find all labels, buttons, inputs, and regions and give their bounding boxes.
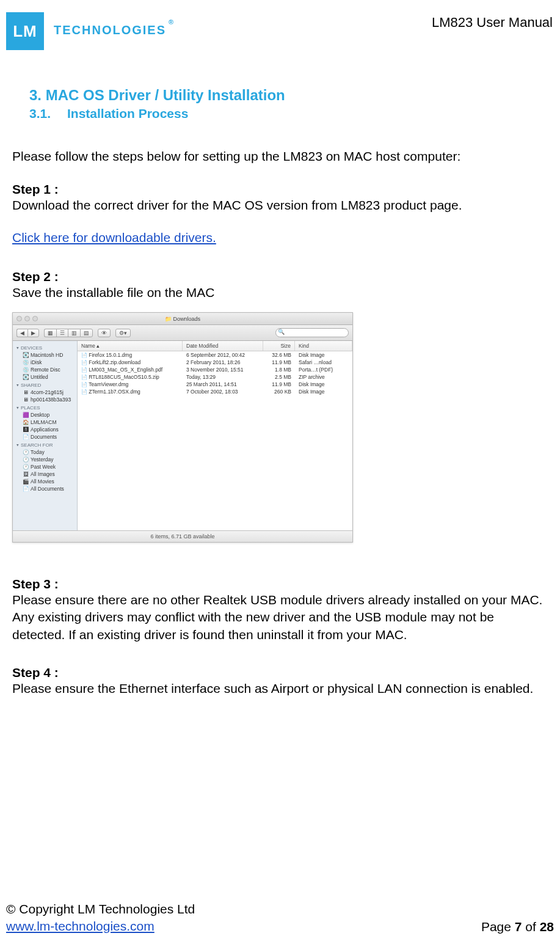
sidebar-item[interactable]: 🅰Applications <box>13 426 77 433</box>
file-row[interactable]: RTL8188CUS_MacOS10.5.zipToday, 13:292.5 … <box>78 373 352 381</box>
file-row[interactable]: Firefox 15.0.1.dmg6 September 2012, 00:4… <box>78 351 352 359</box>
file-date: 2 February 2011, 18:26 <box>183 359 263 366</box>
finder-status-bar: 6 items, 6.71 GB available <box>13 530 352 542</box>
sidebar-item[interactable]: 💽Macintosh HD <box>13 351 77 359</box>
forward-button[interactable]: ▶ <box>27 329 39 337</box>
sidebar-item[interactable]: 🕐Yesterday <box>13 456 77 463</box>
file-row[interactable]: ForkLift2.zip.download2 February 2011, 1… <box>78 359 352 366</box>
file-size: 11.9 MB <box>263 381 295 388</box>
page-footer: © Copyright LM Technologies Ltd www.lm-t… <box>6 901 554 934</box>
sidebar-item-label: Yesterday <box>31 456 54 463</box>
logo-text-label: TECHNOLOGIES <box>54 23 166 37</box>
file-name: Firefox 15.0.1.dmg <box>78 351 183 359</box>
file-size: 11.9 MB <box>263 359 295 366</box>
action-button[interactable]: ⚙▾ <box>115 329 131 337</box>
step3-body: Please ensure there are no other Realtek… <box>12 591 548 643</box>
sidebar-item[interactable]: 🕐Today <box>13 448 77 456</box>
sidebar-item[interactable]: 🎬All Movies <box>13 478 77 485</box>
step4-label: Step 4 : <box>12 665 548 680</box>
logo: LM TECHNOLOGIES ® <box>6 12 166 50</box>
file-date: 7 October 2002, 18:03 <box>183 388 263 395</box>
step1-body: Download the correct driver for the MAC … <box>12 197 548 214</box>
file-kind: Safari …nload <box>295 359 352 366</box>
logo-box: LM <box>6 12 44 50</box>
sidebar-item[interactable]: 🖼All Images <box>13 470 77 478</box>
coverflow-view-button[interactable]: ▤ <box>80 329 93 337</box>
website-link[interactable]: www.lm-technologies.com <box>6 919 155 933</box>
file-list-header: Name ▴ Date Modified Size Kind <box>78 341 352 351</box>
sidebar-item[interactable]: 🖥4com-21g615j <box>13 389 77 396</box>
step2-body: Save the installable file on the MAC <box>12 284 548 301</box>
file-kind: Disk Image <box>295 351 352 359</box>
column-kind[interactable]: Kind <box>295 341 352 351</box>
back-button[interactable]: ◀ <box>16 329 27 337</box>
view-buttons: ▦ ☰ ▥ ▤ <box>44 329 93 337</box>
sidebar-item[interactable]: 📄All Documents <box>13 485 77 492</box>
finder-sidebar: DEVICES 💽Macintosh HD 💿iDisk 💿Remote Dis… <box>13 341 78 530</box>
search-input[interactable] <box>275 328 349 337</box>
file-date: Today, 13:29 <box>183 373 263 381</box>
file-row[interactable]: LM003_Mac_OS_X_English.pdf3 November 201… <box>78 366 352 373</box>
quicklook-button[interactable]: 👁 <box>98 329 111 337</box>
sidebar-item-label: Desktop <box>31 412 49 418</box>
sidebar-item[interactable]: 🟪Desktop <box>13 411 77 419</box>
download-drivers-link[interactable]: Click here for downloadable drivers. <box>12 230 216 245</box>
section-heading-3: 3. MAC OS Driver / Utility Installation <box>29 87 548 104</box>
page-content: 3. MAC OS Driver / Utility Installation … <box>6 87 554 697</box>
section-heading-3-1: 3.1.Installation Process <box>29 106 548 121</box>
file-kind: ZIP archive <box>295 373 352 381</box>
step3-label: Step 3 : <box>12 577 548 591</box>
sidebar-item-label: Macintosh HD <box>31 352 63 358</box>
document-title: LM823 User Manual <box>432 15 553 31</box>
file-name: ZTerm1.1b7.OSX.dmg <box>78 388 183 395</box>
sidebar-item-label: Documents <box>31 434 57 440</box>
finder-titlebar: Downloads <box>13 313 352 325</box>
file-size: 1.8 MB <box>263 366 295 373</box>
registered-mark-icon: ® <box>169 18 175 26</box>
finder-toolbar: ◀ ▶ ▦ ☰ ▥ ▤ 👁 ⚙▾ <box>13 325 352 341</box>
file-row[interactable]: TeamViewer.dmg25 March 2011, 14:5111.9 M… <box>78 381 352 388</box>
step1-label: Step 1 : <box>12 182 548 197</box>
file-name: TeamViewer.dmg <box>78 381 183 388</box>
sidebar-item-label: All Documents <box>31 486 64 492</box>
file-row[interactable]: ZTerm1.1b7.OSX.dmg7 October 2002, 18:032… <box>78 388 352 395</box>
file-date: 25 March 2011, 14:51 <box>183 381 263 388</box>
sidebar-item-label: 4com-21g615j <box>31 389 64 395</box>
file-name: RTL8188CUS_MacOS10.5.zip <box>78 373 183 381</box>
column-size[interactable]: Size <box>263 341 295 351</box>
sidebar-item[interactable]: 💽Untitled <box>13 373 77 381</box>
sidebar-item-label: Today <box>31 449 45 455</box>
file-name: LM003_Mac_OS_X_English.pdf <box>78 366 183 373</box>
finder-body: DEVICES 💽Macintosh HD 💿iDisk 💿Remote Dis… <box>13 341 352 530</box>
sidebar-item[interactable]: 🖥hp001438b3a393 <box>13 396 77 403</box>
step2-label: Step 2 : <box>12 269 548 284</box>
sidebar-item-label: LMLMACM <box>31 419 57 425</box>
column-view-button[interactable]: ▥ <box>68 329 80 337</box>
sidebar-item[interactable]: 🕐Past Week <box>13 463 77 470</box>
sidebar-devices-heading: DEVICES <box>13 343 77 351</box>
finder-title: Downloads <box>13 316 352 322</box>
nav-buttons: ◀ ▶ <box>16 329 39 337</box>
file-size: 32.6 MB <box>263 351 295 359</box>
column-name[interactable]: Name ▴ <box>78 341 183 351</box>
sidebar-item[interactable]: 📄Documents <box>13 433 77 441</box>
sidebar-item-label: All Movies <box>31 478 54 485</box>
list-view-button[interactable]: ☰ <box>56 329 68 337</box>
file-kind: Disk Image <box>295 388 352 395</box>
file-list: Name ▴ Date Modified Size Kind Firefox 1… <box>78 341 352 530</box>
column-date[interactable]: Date Modified <box>183 341 263 351</box>
sidebar-item[interactable]: 💿iDisk <box>13 359 77 366</box>
file-size: 260 KB <box>263 388 295 395</box>
sidebar-item[interactable]: 🏠LMLMACM <box>13 419 77 426</box>
sidebar-search-heading: SEARCH FOR <box>13 441 77 448</box>
page-number: Page 7 of 28 <box>481 920 554 934</box>
sidebar-shared-heading: SHARED <box>13 381 77 389</box>
icon-view-button[interactable]: ▦ <box>44 329 56 337</box>
sidebar-item[interactable]: 💿Remote Disc <box>13 366 77 373</box>
sidebar-places-heading: PLACES <box>13 403 77 411</box>
file-kind: Porta…t (PDF) <box>295 366 352 373</box>
section-number: 3.1. <box>29 106 67 121</box>
sidebar-item-label: All Images <box>31 471 55 477</box>
copyright-text: © Copyright LM Technologies Ltd <box>6 901 195 917</box>
sidebar-item-label: Untitled <box>31 374 48 380</box>
